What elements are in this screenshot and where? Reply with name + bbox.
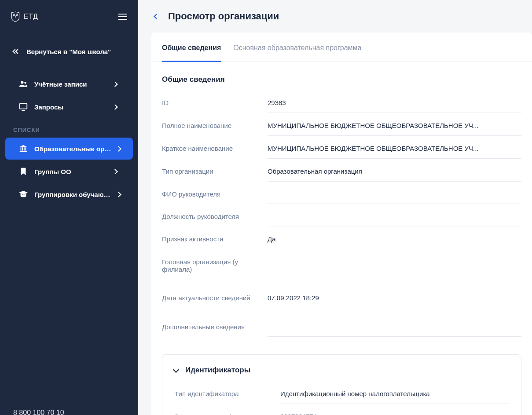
- section-heading-general: Общие сведения: [151, 62, 532, 93]
- logo[interactable]: ЕТД: [11, 12, 38, 22]
- svg-rect-10: [22, 147, 23, 150]
- field-label: Признак активности: [162, 229, 268, 249]
- lists-section-header: СПИСКИ: [0, 119, 138, 137]
- chevron-right-icon: [110, 167, 120, 176]
- content-card: Общие сведения Основная образовательная …: [151, 33, 532, 415]
- field-value: МУНИЦИПАЛЬНОЕ БЮДЖЕТНОЕ ОБЩЕОБРАЗОВАТЕЛЬ…: [268, 138, 521, 159]
- field-id-type: Тип идентификатора Идентификационный ном…: [162, 384, 521, 404]
- logo-text: ЕТД: [24, 13, 38, 21]
- field-head-position: Должность руководителя: [151, 207, 532, 226]
- tab-program[interactable]: Основная образовательная программа: [233, 33, 361, 62]
- nav-student-groups[interactable]: Группировки обучающихся: [5, 183, 133, 205]
- svg-rect-9: [21, 147, 22, 150]
- nav-oo-groups-label: Группы ОО: [34, 168, 71, 175]
- graduation-icon: [18, 189, 28, 199]
- field-value: МУНИЦИПАЛЬНОЕ БЮДЖЕТНОЕ ОБЩЕОБРАЗОВАТЕЛЬ…: [268, 116, 521, 136]
- back-arrow-icon[interactable]: [151, 11, 161, 21]
- field-label: Головная организация (у филиала): [162, 252, 268, 279]
- field-active: Признак активности Да: [151, 229, 532, 249]
- field-value: [268, 207, 521, 226]
- svg-point-0: [13, 14, 15, 16]
- identifiers-card: Идентификаторы Тип идентификатора Иденти…: [162, 354, 521, 415]
- field-value: Да: [268, 229, 521, 249]
- field-label: Тип организации: [162, 161, 268, 182]
- chevron-right-icon: [114, 189, 123, 199]
- nav-accounts-label: Учётные записи: [34, 80, 87, 88]
- sidebar-header: ЕТД: [0, 0, 138, 33]
- nav-edu-orgs[interactable]: Образовательные организа...: [5, 138, 133, 160]
- field-full-name: Полное наименование МУНИЦИПАЛЬНОЕ БЮДЖЕТ…: [151, 116, 532, 136]
- svg-rect-4: [118, 19, 127, 20]
- institution-icon: [18, 144, 28, 153]
- field-additional: Дополнительные сведения: [151, 317, 532, 337]
- field-value: 07.09.2022 18:29: [268, 288, 521, 308]
- back-to-myschool-link[interactable]: Вернуться в "Моя школа": [0, 39, 138, 64]
- chevron-right-icon: [110, 79, 120, 89]
- field-label: Дата актуальности сведений: [162, 288, 268, 308]
- tabs: Общие сведения Основная образовательная …: [151, 33, 532, 62]
- field-value: [268, 252, 521, 279]
- svg-rect-11: [24, 147, 25, 150]
- page-header: Просмотр организации: [138, 0, 532, 33]
- bookmark-icon: [18, 167, 28, 176]
- nav-oo-groups[interactable]: Группы ОО: [5, 160, 133, 182]
- nav-student-groups-label: Группировки обучающихся: [34, 191, 114, 198]
- field-id-value: Значение идентификатора 6027024754: [162, 407, 521, 415]
- monitor-icon: [18, 102, 28, 112]
- field-value: Идентификационный номер налогоплательщик…: [280, 384, 509, 404]
- double-chevron-left-icon: [13, 47, 20, 56]
- field-org-type: Тип организации Образовательная организа…: [151, 161, 532, 182]
- support-phone[interactable]: 8 800 100 70 10: [13, 407, 125, 415]
- main-content: Просмотр организации Общие сведения Осно…: [138, 0, 532, 415]
- chevron-right-icon: [110, 102, 120, 112]
- field-value: 6027024754: [280, 407, 509, 415]
- field-short-name: Краткое наименование МУНИЦИПАЛЬНОЕ БЮДЖЕ…: [151, 138, 532, 159]
- nav-accounts[interactable]: Учётные записи: [5, 73, 133, 95]
- svg-point-1: [16, 14, 18, 16]
- svg-rect-2: [118, 14, 127, 15]
- svg-rect-13: [20, 151, 27, 152]
- field-label: ID: [162, 93, 268, 113]
- field-label: Должность руководителя: [162, 207, 268, 226]
- chevron-down-icon: [171, 365, 181, 375]
- field-label: Краткое наименование: [162, 138, 268, 159]
- svg-point-6: [24, 82, 26, 84]
- field-label: Дополнительные сведения: [162, 317, 268, 337]
- sidebar-footer: 8 800 100 70 10 myschool@gosuslugi.ru: [0, 397, 138, 415]
- field-actual-date: Дата актуальности сведений 07.09.2022 18…: [151, 288, 532, 308]
- identifiers-heading: Идентификаторы: [185, 366, 250, 375]
- svg-rect-3: [118, 16, 127, 17]
- field-value: Образовательная организация: [268, 161, 521, 182]
- field-value: [268, 184, 521, 204]
- tab-general[interactable]: Общие сведения: [162, 33, 221, 62]
- nav-requests-label: Запросы: [34, 103, 63, 111]
- sidebar: ЕТД Вернуться в "Моя школа": [0, 0, 138, 415]
- back-link-label: Вернуться в "Моя школа": [26, 48, 111, 55]
- field-value: 29383: [268, 93, 521, 113]
- field-id: ID 29383: [151, 93, 532, 113]
- owl-logo-icon: [11, 12, 20, 22]
- field-parent-org: Головная организация (у филиала): [151, 252, 532, 279]
- field-label: ФИО руководителя: [162, 184, 268, 204]
- field-label: Полное наименование: [162, 116, 268, 136]
- people-icon: [18, 79, 28, 89]
- nav-edu-orgs-label: Образовательные организа...: [34, 145, 114, 153]
- field-value: [268, 317, 521, 337]
- svg-rect-12: [26, 147, 26, 150]
- field-label: Значение идентификатора: [175, 407, 280, 415]
- identifiers-toggle[interactable]: Идентификаторы: [162, 355, 521, 384]
- svg-rect-7: [20, 104, 27, 109]
- page-title: Просмотр организации: [168, 11, 279, 22]
- svg-point-5: [21, 81, 23, 84]
- chevron-right-icon: [114, 144, 123, 153]
- field-head-name: ФИО руководителя: [151, 184, 532, 204]
- menu-toggle-icon[interactable]: [118, 12, 128, 22]
- field-label: Тип идентификатора: [175, 384, 280, 404]
- nav-requests[interactable]: Запросы: [5, 96, 133, 118]
